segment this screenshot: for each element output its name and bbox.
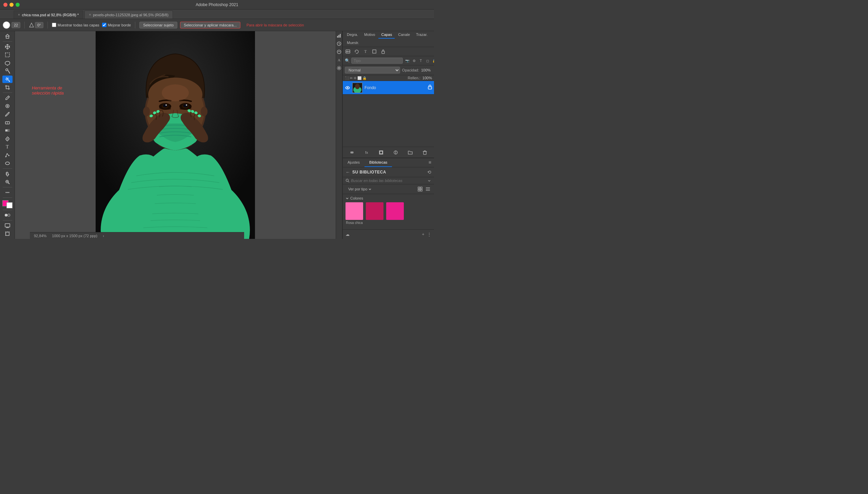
lock-paint-icon[interactable]: ✏ bbox=[350, 76, 353, 80]
filter-shape-icon[interactable]: ◻ bbox=[425, 58, 431, 64]
minimize-button[interactable] bbox=[10, 3, 14, 7]
tool-text[interactable]: T bbox=[2, 143, 13, 151]
checkbox-mejorar-input[interactable] bbox=[102, 23, 107, 27]
open-mask-button[interactable]: Para abrir la máscara de selección bbox=[243, 22, 307, 28]
color-swatch-rosa-chica[interactable]: Rosa chica bbox=[346, 202, 363, 225]
font-size-icon[interactable]: A bbox=[336, 57, 342, 63]
tool-quick-select[interactable] bbox=[2, 76, 13, 83]
tool-pen[interactable] bbox=[2, 135, 13, 142]
separator-3 bbox=[135, 22, 135, 28]
select-subject-button[interactable]: Seleccionar sujeto bbox=[140, 22, 177, 28]
lib-sync-button[interactable]: ⟲ bbox=[427, 169, 431, 175]
tool-crop[interactable] bbox=[2, 84, 13, 91]
filter-smart-icon[interactable]: 🔒 bbox=[431, 58, 434, 64]
filter-adj-icon[interactable]: ⚙ bbox=[411, 58, 417, 64]
tool-pan[interactable] bbox=[2, 170, 13, 177]
maximize-button[interactable] bbox=[16, 3, 20, 7]
tool-gradient[interactable] bbox=[2, 127, 13, 134]
color-swatch-2[interactable] bbox=[366, 202, 384, 225]
tab-pexels[interactable]: × pexels-photo-1125328.jpeg al 96,5% (RG… bbox=[85, 11, 172, 19]
panel-refresh-icon[interactable] bbox=[353, 48, 361, 55]
background-color[interactable] bbox=[6, 202, 13, 208]
tool-path-select[interactable] bbox=[2, 151, 13, 159]
tool-healing[interactable] bbox=[2, 102, 13, 110]
opacity-value[interactable]: 100% bbox=[421, 68, 432, 72]
panel-tab-motivo[interactable]: Motivo bbox=[362, 31, 378, 39]
layers-search-input[interactable] bbox=[351, 58, 403, 64]
panel-tab-muestr[interactable]: Muestr. bbox=[344, 39, 362, 47]
adjustment-icon[interactable] bbox=[336, 49, 342, 55]
filter-photo-icon[interactable]: 📷 bbox=[404, 58, 410, 64]
adjustment-layer-btn[interactable] bbox=[392, 149, 400, 156]
lib-dropdown-icon[interactable] bbox=[427, 178, 431, 183]
layer-item-fondo[interactable]: Fondo bbox=[343, 81, 434, 95]
lib-list-view-icon[interactable] bbox=[425, 186, 431, 192]
lock-all-icon[interactable]: 🔒 bbox=[363, 76, 367, 80]
link-layers-btn[interactable] bbox=[348, 149, 356, 156]
select-mask-button[interactable]: Seleccionar y aplicar máscara... bbox=[180, 22, 240, 28]
mask-btn[interactable] bbox=[377, 149, 385, 156]
time-icon[interactable] bbox=[336, 41, 342, 47]
tool-ellipse[interactable] bbox=[2, 159, 13, 167]
panel-tab-degra[interactable]: Degra. bbox=[344, 31, 361, 39]
tool-eyedropper[interactable] bbox=[2, 94, 13, 102]
tool-screen-mode[interactable] bbox=[2, 222, 13, 229]
tool-lasso[interactable] bbox=[2, 59, 13, 67]
tool-home[interactable] bbox=[2, 33, 13, 40]
fill-value[interactable]: 100% bbox=[423, 76, 432, 80]
checkbox-muestrar[interactable]: Muestrar todas las capas bbox=[52, 23, 99, 27]
filter-text-icon[interactable]: T bbox=[418, 58, 424, 64]
tool-select-rect[interactable] bbox=[2, 51, 13, 59]
brush-preview[interactable] bbox=[3, 21, 10, 29]
color-picker[interactable] bbox=[2, 200, 13, 208]
histogram-icon[interactable] bbox=[336, 33, 342, 39]
tool-magic-wand[interactable] bbox=[2, 68, 13, 75]
lib-grid-view-icon[interactable] bbox=[417, 186, 424, 192]
panel-shape-icon[interactable] bbox=[371, 48, 378, 55]
tab-close-icon[interactable]: × bbox=[18, 13, 20, 17]
panel-lock-icon[interactable] bbox=[380, 48, 387, 55]
tool-quick-mask[interactable] bbox=[2, 211, 13, 219]
checkbox-mejorar[interactable]: Mejorar borde bbox=[102, 23, 131, 27]
lib-back-button[interactable]: ← bbox=[346, 169, 350, 175]
brush-size-value[interactable]: 22 bbox=[12, 22, 20, 28]
tool-eraser[interactable] bbox=[2, 119, 13, 126]
fx-btn[interactable]: fx bbox=[363, 149, 370, 156]
lib-more-icon[interactable]: ⋮ bbox=[427, 232, 431, 237]
lib-add-icon[interactable]: ＋ bbox=[421, 231, 425, 237]
panel-tab-capas[interactable]: Capas bbox=[378, 31, 395, 39]
lib-tab-ajustes[interactable]: Ajustes bbox=[343, 158, 365, 167]
tab-close-icon-2[interactable]: × bbox=[89, 13, 91, 17]
delete-layer-btn[interactable] bbox=[421, 149, 429, 156]
checkbox-muestrar-input[interactable] bbox=[52, 23, 56, 27]
lock-position-icon[interactable]: ✛ bbox=[354, 76, 356, 80]
tool-zoom[interactable] bbox=[2, 178, 13, 186]
lib-cloud-icon[interactable]: ☁ bbox=[346, 232, 350, 237]
lib-search-input[interactable] bbox=[351, 178, 426, 183]
colors-label[interactable]: Colores bbox=[346, 196, 431, 200]
settings-icon[interactable] bbox=[336, 65, 342, 71]
lock-artboard-icon[interactable]: ⬜ bbox=[357, 76, 362, 80]
color-swatch-3[interactable] bbox=[386, 202, 404, 225]
lock-transparent-icon[interactable]: ⬛ bbox=[345, 76, 349, 80]
layer-eye-fondo[interactable] bbox=[345, 85, 350, 91]
lib-view-by-type-btn[interactable]: Ver por tipo bbox=[346, 186, 374, 192]
lib-close-btn[interactable]: ≡ bbox=[426, 158, 434, 167]
panel-tab-trazar[interactable]: Trazar. bbox=[413, 31, 430, 39]
tool-brush[interactable] bbox=[2, 111, 13, 118]
panel-photo-icon[interactable] bbox=[344, 48, 352, 55]
panel-tab-canale[interactable]: Canale bbox=[395, 31, 413, 39]
new-group-btn[interactable] bbox=[407, 149, 414, 156]
close-button[interactable] bbox=[3, 3, 7, 7]
status-arrow[interactable]: › bbox=[103, 234, 104, 238]
panel-text-icon[interactable]: T bbox=[362, 48, 369, 55]
angle-value[interactable]: 0° bbox=[35, 22, 43, 28]
tool-artboard[interactable] bbox=[2, 230, 13, 238]
tool-more[interactable] bbox=[2, 189, 13, 196]
tool-move[interactable] bbox=[2, 43, 13, 51]
lib-tab-bibliotecas[interactable]: Bibliotecas bbox=[365, 158, 392, 167]
blend-mode-select[interactable]: Normal bbox=[345, 67, 400, 74]
layer-lock-icon[interactable] bbox=[428, 85, 432, 91]
traffic-lights[interactable] bbox=[3, 3, 20, 7]
tab-chica-rosa[interactable]: × chica rosa.psd al 92,8% (RGB/8) * bbox=[14, 11, 83, 19]
